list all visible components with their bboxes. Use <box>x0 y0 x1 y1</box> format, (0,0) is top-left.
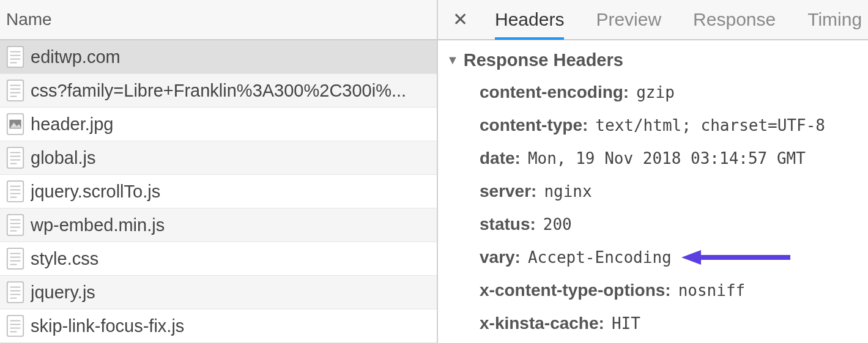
request-row[interactable]: style.css <box>0 242 437 276</box>
document-file-icon <box>6 214 24 236</box>
headers-content: ▼ Response Headers content-encoding:gzip… <box>438 40 868 343</box>
document-file-icon <box>6 147 24 169</box>
svg-rect-23 <box>7 215 23 235</box>
network-requests-panel: Name editwp.comcss?family=Libre+Franklin… <box>0 0 438 343</box>
details-panel: ✕ HeadersPreviewResponseTiming ▼ Respons… <box>438 0 868 343</box>
response-headers-section[interactable]: ▼ Response Headers <box>447 50 868 70</box>
tabs-container: HeadersPreviewResponseTiming <box>495 1 862 39</box>
header-line: content-type:text/html; charset=UTF-8 <box>447 116 868 135</box>
header-key: x-content-type-options: <box>480 281 671 300</box>
request-name-label: jquery.scrollTo.js <box>31 182 160 202</box>
section-title-label: Response Headers <box>464 50 623 70</box>
header-value: Mon, 19 Nov 2018 03:14:57 GMT <box>528 149 806 168</box>
tab-response[interactable]: Response <box>693 1 776 39</box>
header-line: vary:Accept-Encoding <box>447 248 868 267</box>
request-row[interactable]: jquery.scrollTo.js <box>0 175 437 208</box>
request-row[interactable]: skip-link-focus-fix.js <box>0 309 437 343</box>
header-key: date: <box>480 149 521 168</box>
request-row[interactable]: global.js <box>0 141 437 175</box>
document-file-icon <box>6 79 24 101</box>
header-key: vary: <box>480 248 521 267</box>
header-line: status:200 <box>447 215 868 234</box>
tab-preview[interactable]: Preview <box>596 1 661 39</box>
header-value: gzip <box>636 83 675 101</box>
svg-rect-18 <box>7 181 23 202</box>
svg-rect-33 <box>7 282 23 303</box>
header-key: content-encoding: <box>480 83 629 102</box>
header-value: nginx <box>544 182 592 201</box>
request-row[interactable]: css?family=Libre+Franklin%3A300%2C300i%.… <box>0 74 437 108</box>
header-key: x-kinsta-cache: <box>480 314 604 333</box>
header-value: nosniff <box>678 281 746 300</box>
svg-rect-28 <box>7 248 23 269</box>
request-row[interactable]: header.jpg <box>0 108 437 141</box>
header-value: text/html; charset=UTF-8 <box>595 116 825 135</box>
svg-rect-0 <box>7 46 23 67</box>
svg-rect-13 <box>7 147 23 168</box>
document-file-icon <box>6 315 24 337</box>
arrow-annotation-icon <box>681 248 792 267</box>
header-line: server:nginx <box>447 182 868 201</box>
close-icon[interactable]: ✕ <box>450 10 470 29</box>
headers-list: content-encoding:gzipcontent-type:text/h… <box>447 83 868 333</box>
tab-headers[interactable]: Headers <box>495 1 564 39</box>
request-name-label: skip-link-focus-fix.js <box>31 316 184 336</box>
header-line: x-content-type-options:nosniff <box>447 281 868 300</box>
document-file-icon <box>6 281 24 303</box>
tabs-row: ✕ HeadersPreviewResponseTiming <box>438 0 868 40</box>
header-line: date:Mon, 19 Nov 2018 03:14:57 GMT <box>447 149 868 168</box>
svg-rect-5 <box>7 80 23 101</box>
request-row[interactable]: wp-embed.min.js <box>0 208 437 242</box>
header-key: status: <box>480 215 536 234</box>
request-list: editwp.comcss?family=Libre+Franklin%3A30… <box>0 40 437 343</box>
request-row[interactable]: jquery.js <box>0 276 437 309</box>
name-column-header[interactable]: Name <box>0 0 437 40</box>
document-file-icon <box>6 248 24 270</box>
request-row[interactable]: editwp.com <box>0 40 437 74</box>
request-name-label: header.jpg <box>31 114 113 135</box>
document-file-icon <box>6 46 24 68</box>
request-name-label: style.css <box>31 249 98 269</box>
header-key: content-type: <box>480 116 588 135</box>
svg-marker-44 <box>681 250 701 265</box>
request-name-label: wp-embed.min.js <box>31 215 165 235</box>
header-key: server: <box>480 182 536 201</box>
header-line: x-kinsta-cache:HIT <box>447 314 868 333</box>
document-file-icon <box>6 180 24 202</box>
svg-rect-38 <box>7 315 23 336</box>
request-name-label: global.js <box>31 148 95 168</box>
request-name-label: jquery.js <box>31 282 95 303</box>
request-name-label: editwp.com <box>31 47 121 67</box>
disclosure-triangle-icon: ▼ <box>447 53 459 67</box>
header-value: HIT <box>612 314 640 333</box>
name-header-label: Name <box>6 10 52 29</box>
request-name-label: css?family=Libre+Franklin%3A300%2C300i%.… <box>31 81 406 101</box>
header-value: 200 <box>543 215 572 234</box>
header-value: Accept-Encoding <box>528 248 672 267</box>
header-line: content-encoding:gzip <box>447 83 868 102</box>
tab-timing[interactable]: Timing <box>807 1 862 39</box>
image-file-icon <box>6 113 24 135</box>
